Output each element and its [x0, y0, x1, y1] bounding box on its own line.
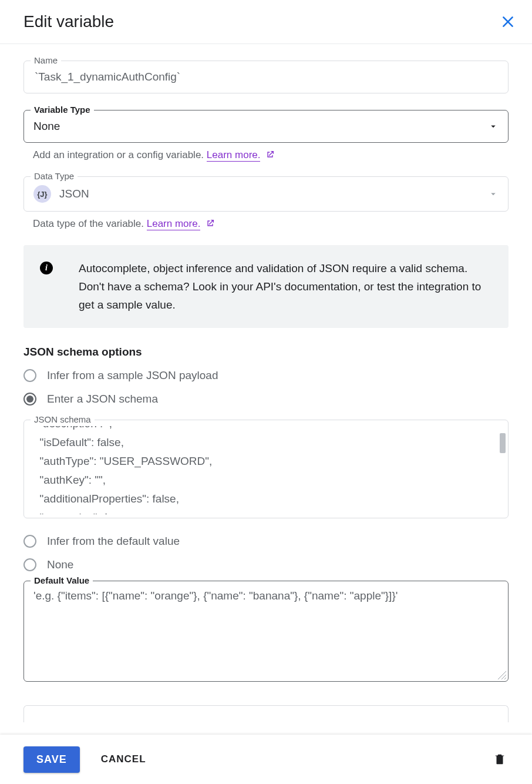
radio-enter-schema[interactable]: Enter a JSON schema [23, 393, 509, 406]
dialog-content: Name Variable Type None Add an integrati… [0, 44, 532, 723]
radio-none[interactable]: None [23, 558, 509, 571]
description-field-partial[interactable] [23, 705, 509, 722]
dialog-footer: SAVE CANCEL [0, 735, 532, 784]
caret-down-icon [488, 189, 499, 199]
default-value-placeholder: 'e.g. {"items": [{"name": "orange"}, {"n… [33, 589, 499, 602]
name-field: Name [23, 61, 509, 93]
data-type-label: Data Type [31, 171, 78, 182]
default-value-field: Default Value 'e.g. {"items": [{"name": … [23, 581, 509, 682]
name-input[interactable] [33, 70, 499, 84]
default-value-label: Default Value [31, 575, 93, 586]
schema-info-callout: i Autocomplete, object inference and val… [23, 245, 509, 328]
radio-label: Enter a JSON schema [47, 393, 158, 406]
caret-down-icon [488, 121, 499, 132]
radio-label: Infer from the default value [47, 535, 180, 548]
radio-icon [23, 558, 36, 571]
radio-icon [23, 393, 36, 406]
json-schema-content: description : , "isDefault": false, "aut… [33, 426, 499, 514]
delete-button[interactable] [491, 749, 509, 770]
cancel-button[interactable]: CANCEL [97, 753, 150, 766]
resize-handle-icon[interactable] [497, 671, 507, 680]
radio-icon [23, 369, 36, 382]
radio-icon [23, 535, 36, 548]
info-icon: i [40, 262, 53, 274]
name-label: Name [31, 55, 61, 66]
variable-type-learn-more-link[interactable]: Learn more. [207, 149, 261, 162]
data-type-select[interactable]: {J} JSON [23, 176, 509, 212]
variable-type-value: None [33, 120, 60, 133]
trash-icon [493, 759, 506, 768]
default-value-textarea[interactable]: 'e.g. {"items": [{"name": "orange"}, {"n… [23, 581, 509, 682]
json-schema-label: JSON schema [31, 414, 95, 425]
radio-label: None [47, 558, 73, 571]
dialog-header: Edit variable [0, 0, 532, 44]
scrollbar-thumb[interactable] [500, 433, 506, 453]
close-icon [500, 14, 516, 29]
dialog-title: Edit variable [23, 12, 114, 31]
external-link-icon [206, 219, 215, 230]
data-type-field: Data Type {J} JSON [23, 176, 509, 212]
json-schema-options-heading: JSON schema options [23, 346, 509, 359]
external-link-icon [265, 150, 275, 162]
json-schema-field: JSON schema description : , "isDefault":… [23, 420, 509, 518]
radio-label: Infer from a sample JSON payload [47, 369, 218, 382]
radio-infer-payload[interactable]: Infer from a sample JSON payload [23, 369, 509, 382]
save-button[interactable]: SAVE [23, 746, 80, 773]
json-type-icon: {J} [33, 185, 51, 203]
variable-type-select[interactable]: None [23, 110, 509, 143]
data-type-helper: Data type of the variable. Learn more. [33, 217, 506, 230]
variable-type-field: Variable Type None [23, 110, 509, 143]
data-type-learn-more-link[interactable]: Learn more. [147, 218, 201, 230]
data-type-value: JSON [59, 187, 89, 200]
variable-type-label: Variable Type [31, 105, 94, 115]
radio-infer-default[interactable]: Infer from the default value [23, 535, 509, 548]
schema-info-text: Autocomplete, object inference and valid… [79, 259, 492, 314]
json-schema-textarea[interactable]: description : , "isDefault": false, "aut… [23, 420, 509, 518]
variable-type-helper: Add an integration or a config variable.… [33, 149, 506, 161]
close-button[interactable] [498, 12, 518, 32]
